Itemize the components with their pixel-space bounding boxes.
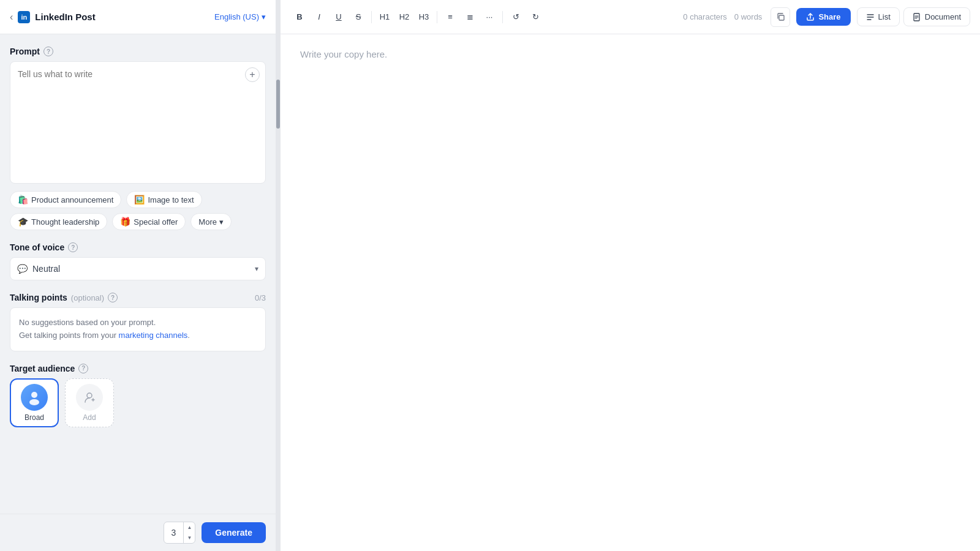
count-arrows: ▲ ▼	[183, 522, 195, 543]
count-stepper[interactable]: 3 ▲ ▼	[164, 522, 196, 544]
h3-button[interactable]: H3	[415, 9, 433, 26]
scrollbar-thumb	[276, 80, 280, 129]
strikethrough-button[interactable]: S	[349, 9, 368, 26]
right-panel: B I U S H1 H2 H3 ≡ ≣ ··· ↺ ↻ 0 character…	[281, 0, 980, 551]
count-value: 3	[164, 528, 184, 538]
tag-image-to-text-label: Image to text	[148, 195, 194, 204]
scrollbar-divider	[276, 0, 281, 551]
tag-product-announcement[interactable]: 🛍️ Product announcement	[10, 191, 121, 208]
svg-point-2	[87, 393, 92, 398]
prompt-section: Prompt ? + 🛍️ Product announcement 🖼️ Im…	[10, 47, 266, 230]
document-button[interactable]: Document	[903, 7, 970, 26]
document-icon	[913, 13, 921, 21]
target-audience-label: Target audience ?	[10, 364, 266, 373]
talking-points-box: No suggestions based on your prompt. Get…	[10, 307, 266, 351]
tag-thought-leadership-label: Thought leadership	[31, 217, 99, 227]
char-count: 0 characters 0 words	[683, 12, 762, 21]
toolbar-separator-1	[371, 11, 372, 23]
language-selector[interactable]: English (US) ▾	[214, 12, 266, 21]
target-audience-title: Target audience	[10, 364, 75, 373]
tag-product-announcement-label: Product announcement	[31, 195, 113, 204]
prompt-input[interactable]	[10, 61, 266, 184]
audience-add-label: Add	[83, 413, 96, 422]
more-options-button[interactable]: ···	[480, 9, 499, 26]
target-audience-section: Target audience ? Broad	[10, 364, 266, 427]
toolbar-separator-2	[437, 11, 437, 23]
image-to-text-icon: 🖼️	[134, 195, 145, 204]
count-up-arrow[interactable]: ▲	[184, 522, 195, 533]
tag-more-label: More	[198, 217, 217, 227]
special-offer-icon: 🎁	[120, 217, 130, 227]
prompt-plus-button[interactable]: +	[245, 67, 260, 82]
share-button[interactable]: Share	[796, 8, 850, 26]
copy-icon	[776, 12, 785, 21]
copy-button[interactable]	[771, 7, 790, 27]
audience-broad-label: Broad	[24, 413, 44, 422]
tag-image-to-text[interactable]: 🖼️ Image to text	[126, 191, 202, 208]
talking-points-link[interactable]: marketing channels	[119, 331, 188, 340]
ordered-list-button[interactable]: ≣	[461, 9, 479, 26]
toolbar-separator-3	[502, 11, 503, 23]
tone-wrapper: Neutral Professional Casual Formal Frien…	[10, 257, 266, 280]
tone-section: Tone of voice ? Neutral Professional Cas…	[10, 242, 266, 280]
audience-card-add[interactable]: Add	[65, 378, 114, 427]
redo-button[interactable]: ↻	[526, 9, 545, 26]
editor-area[interactable]: Write your copy here.	[281, 34, 980, 551]
h1-button[interactable]: H1	[375, 9, 394, 26]
tag-special-offer-label: Special offer	[134, 217, 178, 227]
prompt-section-label: Prompt ?	[10, 47, 266, 56]
talking-points-count: 0/3	[255, 293, 266, 302]
language-chevron-icon: ▾	[262, 12, 266, 21]
bold-button[interactable]: B	[290, 9, 309, 26]
tone-help-icon[interactable]: ?	[68, 242, 78, 252]
back-button[interactable]: ‹	[10, 12, 13, 23]
bottom-bar: 3 ▲ ▼ Generate	[0, 514, 276, 551]
document-label: Document	[925, 12, 961, 21]
prompt-wrapper: +	[10, 61, 266, 186]
list-button[interactable]: List	[857, 7, 900, 26]
talking-points-period: .	[187, 331, 190, 340]
header-left: ‹ in LinkedIn Post	[10, 11, 96, 23]
audience-card-broad[interactable]: Broad	[10, 378, 59, 427]
talking-points-label: Talking points (optional) ?	[10, 293, 118, 302]
svg-point-1	[29, 399, 39, 405]
italic-button[interactable]: I	[310, 9, 328, 26]
tag-more-button[interactable]: More ▾	[190, 213, 232, 230]
undo-button[interactable]: ↺	[507, 9, 525, 26]
audience-row: Broad Add	[10, 378, 266, 427]
tag-row: 🛍️ Product announcement 🖼️ Image to text…	[10, 191, 266, 230]
talking-points-help-icon[interactable]: ?	[108, 293, 118, 302]
generate-button[interactable]: Generate	[202, 522, 266, 543]
left-content: Prompt ? + 🛍️ Product announcement 🖼️ Im…	[0, 34, 276, 514]
share-icon	[806, 13, 815, 21]
tag-more-chevron-icon: ▾	[219, 217, 224, 227]
audience-add-icon	[76, 384, 103, 411]
word-count: 0 words	[734, 12, 763, 21]
thought-leadership-icon: 🎓	[18, 217, 28, 227]
linkedin-icon: in	[18, 11, 30, 23]
language-label: English (US)	[214, 12, 259, 21]
product-announcement-icon: 🛍️	[18, 195, 28, 204]
talking-points-no-suggestions: No suggestions based on your prompt.	[19, 318, 156, 327]
underline-button[interactable]: U	[330, 9, 348, 26]
prompt-help-icon[interactable]: ?	[43, 47, 53, 56]
unordered-list-button[interactable]: ≡	[441, 9, 459, 26]
target-audience-help-icon[interactable]: ?	[78, 364, 88, 373]
tone-section-label: Tone of voice ?	[10, 242, 266, 252]
share-label: Share	[818, 12, 840, 21]
tone-label: Tone of voice	[10, 242, 64, 252]
character-count: 0 characters	[683, 12, 727, 21]
talking-points-header: Talking points (optional) ? 0/3	[10, 293, 266, 302]
prompt-label: Prompt	[10, 47, 40, 56]
talking-points-optional: (optional)	[71, 293, 104, 302]
svg-point-0	[31, 392, 37, 398]
tag-thought-leadership[interactable]: 🎓 Thought leadership	[10, 213, 107, 230]
left-panel: ‹ in LinkedIn Post English (US) ▾ Prompt…	[0, 0, 276, 551]
tone-select[interactable]: Neutral Professional Casual Formal Frien…	[10, 257, 266, 280]
h2-button[interactable]: H2	[395, 9, 413, 26]
tag-special-offer[interactable]: 🎁 Special offer	[112, 213, 186, 230]
audience-avatar-broad	[21, 384, 48, 411]
talking-points-title: Talking points	[10, 293, 67, 302]
count-down-arrow[interactable]: ▼	[184, 533, 195, 543]
header: ‹ in LinkedIn Post English (US) ▾	[0, 0, 276, 34]
